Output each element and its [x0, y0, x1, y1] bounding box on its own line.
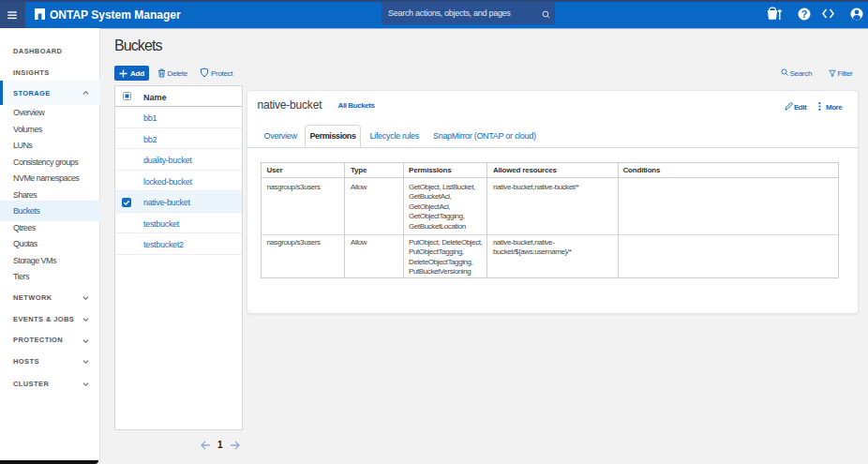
svg-text:?: ? — [801, 8, 807, 20]
